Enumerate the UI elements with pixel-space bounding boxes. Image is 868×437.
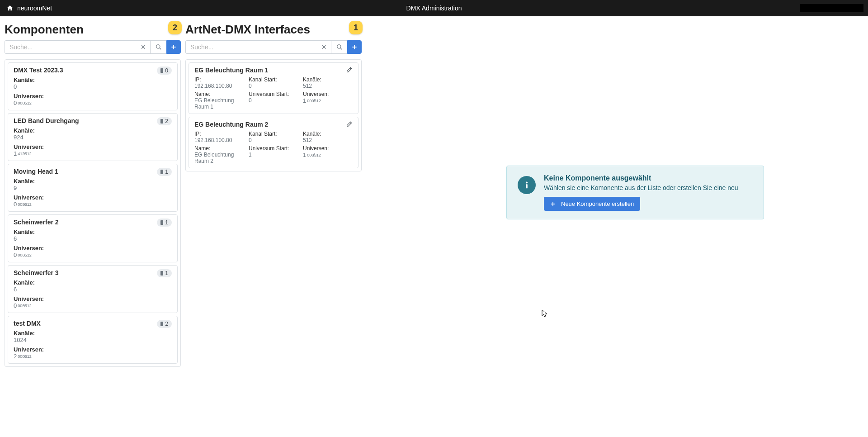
- chip-icon: [160, 68, 163, 73]
- channels-value: 1024: [14, 337, 172, 343]
- chip-icon: [160, 119, 163, 124]
- info-box: Keine Komponente ausgewählt Wählen sie e…: [506, 166, 764, 219]
- interfaces-clear-button[interactable]: ×: [317, 43, 331, 51]
- kanaele-value: 512: [303, 137, 353, 143]
- edit-icon[interactable]: [346, 121, 353, 129]
- ip-value: 192.168.100.80: [194, 83, 244, 89]
- components-column: 2 Komponenten × 0DMX Test 2023.3Kanäle:0…: [5, 21, 181, 367]
- component-title: test DMX: [14, 320, 172, 327]
- component-title: Moving Head 1: [14, 168, 172, 175]
- plus-icon: [550, 201, 556, 207]
- component-card[interactable]: 2LED Band DurchgangKanäle:924Universen:1…: [8, 113, 178, 161]
- universen-value: 1 000/512: [303, 97, 353, 104]
- uni-start-value: 1: [249, 152, 298, 158]
- universes-label: Universen:: [14, 194, 172, 201]
- svg-line-1: [159, 48, 161, 50]
- universes-value: 1 412/512: [14, 150, 172, 157]
- component-card[interactable]: 2test DMXKanäle:1024Universen:2 000/512: [8, 316, 178, 364]
- edit-icon[interactable]: [346, 66, 353, 75]
- kanal-start-label: Kanal Start:: [249, 76, 298, 83]
- name-label: Name:: [194, 145, 244, 152]
- components-search-button[interactable]: [150, 40, 166, 54]
- channels-value: 0: [14, 83, 172, 90]
- badge-count: 1: [165, 219, 168, 226]
- universes-label: Universen:: [14, 93, 172, 100]
- component-title: Scheinwerfer 3: [14, 269, 172, 276]
- universes-value: 0 000/512: [14, 100, 172, 106]
- channels-label: Kanäle:: [14, 279, 172, 286]
- chip-icon: [160, 322, 163, 326]
- badge-count: 1: [165, 270, 168, 276]
- kanal-start-value: 0: [249, 137, 298, 143]
- channels-value: 6: [14, 235, 172, 242]
- svg-point-8: [526, 181, 528, 183]
- detail-area: Keine Komponente ausgewählt Wählen sie e…: [366, 21, 863, 219]
- channels-label: Kanäle:: [14, 127, 172, 134]
- interfaces-search-row: ×: [185, 40, 362, 54]
- interfaces-search-input[interactable]: [186, 41, 317, 53]
- component-badge: 1: [157, 269, 172, 277]
- interfaces-search-button[interactable]: [331, 40, 347, 54]
- svg-point-4: [337, 45, 340, 48]
- component-card[interactable]: 1Scheinwerfer 2Kanäle:6Universen:0 006/5…: [8, 214, 178, 262]
- components-clear-button[interactable]: ×: [136, 43, 150, 51]
- universen-label: Universen:: [303, 91, 353, 97]
- interface-card[interactable]: EG Beleuchtung Raum 2IP:192.168.100.80Ka…: [189, 117, 359, 168]
- component-card[interactable]: 0DMX Test 2023.3Kanäle:0Universen:0 000/…: [8, 62, 178, 110]
- kanal-start-label: Kanal Start:: [249, 131, 298, 137]
- brand[interactable]: neuroomNet: [6, 5, 52, 12]
- interface-card[interactable]: EG Beleuchtung Raum 1IP:192.168.100.80Ka…: [189, 62, 359, 114]
- components-add-button[interactable]: [166, 40, 181, 54]
- svg-line-5: [340, 48, 342, 50]
- channels-label: Kanäle:: [14, 76, 172, 83]
- interfaces-add-button[interactable]: [347, 40, 362, 54]
- ip-value: 192.168.100.80: [194, 137, 244, 143]
- new-component-label: Neue Komponente erstellen: [561, 200, 634, 207]
- new-component-button[interactable]: Neue Komponente erstellen: [544, 197, 640, 211]
- component-badge: 2: [157, 117, 172, 125]
- components-search-input[interactable]: [5, 41, 136, 53]
- channels-value: 9: [14, 185, 172, 191]
- universes-label: Universen:: [14, 295, 172, 302]
- interfaces-column: 1 ArtNet-DMX Interfaces × EG Beleuchtung…: [185, 21, 362, 171]
- plus-icon: [351, 44, 358, 50]
- topbar-right-block: [800, 4, 863, 12]
- universes-value: 0 006/512: [14, 252, 172, 258]
- annotation-marker-2: 2: [168, 21, 182, 34]
- chip-icon: [160, 220, 163, 225]
- component-card[interactable]: 1Moving Head 1Kanäle:9Universen:0 009/51…: [8, 164, 178, 212]
- component-title: DMX Test 2023.3: [14, 66, 172, 74]
- component-title: Scheinwerfer 2: [14, 218, 172, 226]
- svg-rect-9: [526, 184, 528, 188]
- badge-count: 1: [165, 169, 168, 175]
- channels-label: Kanäle:: [14, 330, 172, 337]
- interface-title: EG Beleuchtung Raum 2: [194, 121, 353, 128]
- name-value: EG Beleuchtung Raum 1: [194, 97, 244, 110]
- components-heading: Komponenten: [5, 23, 181, 37]
- svg-point-0: [156, 45, 160, 48]
- universes-value: 0 009/512: [14, 201, 172, 208]
- page-title: DMX Administration: [406, 5, 462, 12]
- home-icon: [6, 5, 14, 12]
- info-icon: [518, 176, 536, 194]
- search-icon: [336, 44, 343, 50]
- component-card[interactable]: 1Scheinwerfer 3Kanäle:6Universen:0 006/5…: [8, 265, 178, 313]
- interfaces-panel: EG Beleuchtung Raum 1IP:192.168.100.80Ka…: [185, 59, 362, 171]
- chip-icon: [160, 170, 163, 174]
- channels-label: Kanäle:: [14, 178, 172, 185]
- uni-start-label: Universum Start:: [249, 145, 298, 152]
- kanaele-label: Kanäle:: [303, 131, 353, 137]
- name-label: Name:: [194, 91, 244, 97]
- kanal-start-value: 0: [249, 83, 298, 89]
- interface-title: EG Beleuchtung Raum 1: [194, 66, 353, 74]
- component-badge: 0: [157, 66, 172, 75]
- uni-start-value: 0: [249, 97, 298, 104]
- topbar: neuroomNet DMX Administration: [0, 0, 868, 16]
- universes-label: Universen:: [14, 346, 172, 353]
- info-text: Wählen sie eine Komonente aus der Liste …: [544, 184, 738, 191]
- chip-icon: [160, 271, 163, 276]
- universes-label: Universen:: [14, 143, 172, 150]
- interfaces-heading: ArtNet-DMX Interfaces: [185, 23, 362, 37]
- channels-value: 6: [14, 286, 172, 293]
- components-search-row: ×: [5, 40, 181, 54]
